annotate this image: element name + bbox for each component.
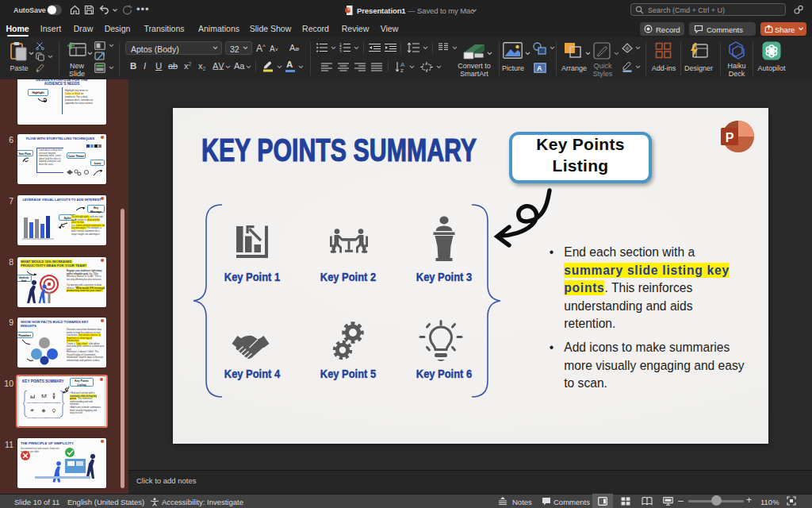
svg-text:Key Point 5: Key Point 5 xyxy=(39,417,50,419)
svg-text:Key Point 1: Key Point 1 xyxy=(28,402,39,404)
svg-text:A: A xyxy=(400,61,405,68)
svg-text:3: 3 xyxy=(339,49,342,53)
svg-text:Key Point 6: Key Point 6 xyxy=(50,417,61,419)
svg-text:A: A xyxy=(537,64,542,72)
svg-text:Z: Z xyxy=(400,68,404,72)
svg-text:Key Point 4: Key Point 4 xyxy=(28,417,39,419)
svg-text:P: P xyxy=(726,131,734,144)
svg-text:Key Point 2: Key Point 2 xyxy=(39,402,50,404)
svg-text:Key Point 3: Key Point 3 xyxy=(50,402,61,404)
